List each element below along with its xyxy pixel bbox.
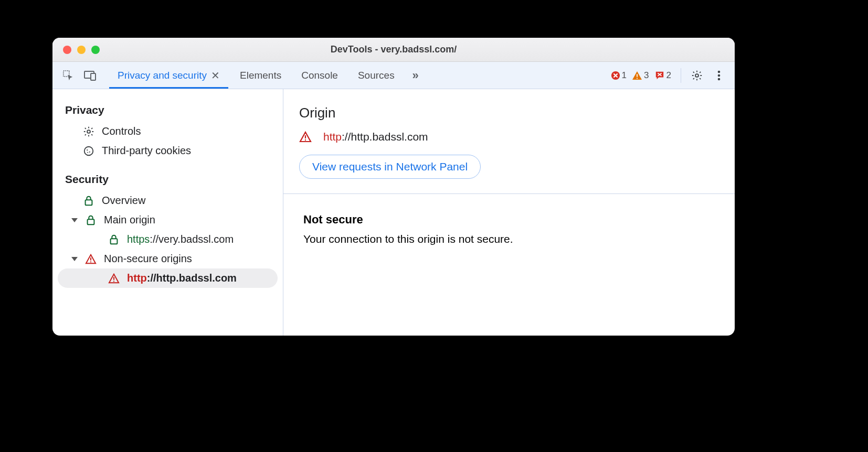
svg-point-12 bbox=[87, 149, 88, 150]
sidebar-item-label: Third-party cookies bbox=[102, 145, 191, 157]
sidebar-item-overview[interactable]: Overview bbox=[52, 191, 283, 210]
warning-triangle-icon bbox=[299, 131, 312, 143]
svg-point-8 bbox=[718, 74, 721, 77]
errors-count: 1 bbox=[622, 70, 627, 81]
chevron-down-icon bbox=[71, 218, 78, 222]
svg-point-7 bbox=[718, 70, 721, 73]
svg-point-23 bbox=[305, 139, 306, 141]
inspect-element-icon[interactable] bbox=[59, 66, 78, 85]
tab-console[interactable]: Console bbox=[293, 62, 346, 89]
svg-rect-2 bbox=[91, 73, 96, 80]
svg-point-14 bbox=[87, 152, 88, 153]
lock-icon bbox=[82, 195, 96, 207]
origin-url: http://http.badssl.com bbox=[127, 272, 237, 284]
button-label: View requests in Network Panel bbox=[312, 160, 468, 173]
origin-line: http://http.badssl.com bbox=[299, 131, 719, 143]
origin-title: Origin bbox=[299, 105, 719, 121]
sidebar-item-cookies[interactable]: Third-party cookies bbox=[52, 141, 283, 160]
warnings-indicator[interactable]: 3 bbox=[632, 70, 649, 81]
tab-label: Elements bbox=[240, 70, 281, 81]
url-scheme: http bbox=[127, 272, 147, 284]
not-secure-body: Your connection to this origin is not se… bbox=[303, 233, 715, 245]
url-scheme: http bbox=[323, 131, 342, 143]
window-title: DevTools - very.badssl.com/ bbox=[52, 44, 735, 55]
url-rest: ://http.badssl.com bbox=[147, 272, 237, 284]
url-rest: ://http.badssl.com bbox=[342, 131, 428, 143]
sidebar-item-main-origin[interactable]: Main origin bbox=[52, 210, 283, 230]
svg-rect-17 bbox=[111, 239, 118, 244]
svg-point-11 bbox=[84, 146, 93, 155]
close-tab-icon[interactable]: ✕ bbox=[211, 69, 220, 82]
sidebar-item-controls[interactable]: Controls bbox=[52, 122, 283, 141]
status-indicators: 1 3 2 bbox=[611, 70, 674, 81]
security-section-header: Security bbox=[52, 170, 283, 191]
not-secure-heading: Not secure bbox=[303, 213, 715, 227]
tab-sources[interactable]: Sources bbox=[350, 62, 403, 89]
sidebar-item-nonsecure-origins[interactable]: Non-secure origins bbox=[52, 249, 283, 268]
not-secure-block: Not secure Your connection to this origi… bbox=[283, 194, 735, 264]
origin-block: Origin http://http.badssl.com View reque… bbox=[283, 89, 735, 194]
tab-privacy-security[interactable]: Privacy and security ✕ bbox=[109, 62, 228, 89]
lock-icon bbox=[107, 234, 121, 245]
warning-triangle-icon bbox=[84, 254, 98, 264]
kebab-menu-icon[interactable] bbox=[710, 66, 728, 85]
privacy-section-header: Privacy bbox=[52, 101, 283, 122]
origin-url: https://very.badssl.com bbox=[127, 233, 234, 245]
svg-point-6 bbox=[695, 74, 698, 77]
svg-rect-5 bbox=[637, 78, 638, 79]
svg-point-21 bbox=[113, 281, 114, 282]
device-toolbar-icon[interactable] bbox=[81, 66, 100, 85]
messages-indicator[interactable]: 2 bbox=[654, 70, 671, 81]
tab-label: Sources bbox=[358, 70, 395, 81]
svg-rect-4 bbox=[637, 74, 638, 77]
more-tabs-icon[interactable]: » bbox=[406, 66, 425, 85]
messages-count: 2 bbox=[666, 70, 671, 81]
sidebar-item-nonsecure-url[interactable]: http://http.badssl.com bbox=[58, 268, 278, 288]
origin-url: http://http.badssl.com bbox=[323, 131, 428, 143]
svg-rect-15 bbox=[86, 200, 92, 205]
tab-elements[interactable]: Elements bbox=[231, 62, 290, 89]
warnings-count: 3 bbox=[644, 70, 649, 81]
titlebar: DevTools - very.badssl.com/ bbox=[52, 38, 735, 62]
svg-point-19 bbox=[90, 261, 91, 262]
url-rest: ://very.badssl.com bbox=[150, 233, 234, 245]
sidebar-item-main-origin-url[interactable]: https://very.badssl.com bbox=[52, 230, 283, 249]
main-content: Origin http://http.badssl.com View reque… bbox=[283, 89, 735, 336]
minimize-window-button[interactable] bbox=[77, 46, 86, 54]
divider bbox=[681, 68, 681, 83]
svg-point-9 bbox=[718, 78, 721, 80]
view-requests-button[interactable]: View requests in Network Panel bbox=[299, 155, 481, 179]
svg-point-13 bbox=[89, 151, 90, 152]
url-scheme: https bbox=[127, 233, 150, 245]
sidebar-item-label: Main origin bbox=[104, 214, 155, 226]
devtools-window: DevTools - very.badssl.com/ Privacy and … bbox=[52, 38, 735, 336]
tab-label: Console bbox=[301, 70, 338, 81]
sidebar-item-label: Overview bbox=[102, 195, 145, 207]
zoom-window-button[interactable] bbox=[91, 46, 100, 54]
tab-label: Privacy and security bbox=[118, 70, 207, 81]
tabstrip: Privacy and security ✕ Elements Console … bbox=[52, 62, 735, 89]
svg-point-10 bbox=[87, 130, 90, 133]
close-window-button[interactable] bbox=[63, 46, 71, 54]
security-sidebar: Privacy Controls Third-party cookies Sec… bbox=[52, 89, 283, 336]
sidebar-item-label: Non-secure origins bbox=[104, 253, 192, 265]
cookie-icon bbox=[82, 145, 96, 157]
panel-body: Privacy Controls Third-party cookies Sec… bbox=[52, 89, 735, 336]
sidebar-item-label: Controls bbox=[102, 125, 141, 137]
svg-rect-16 bbox=[88, 219, 94, 224]
settings-icon[interactable] bbox=[687, 66, 706, 85]
warning-triangle-icon bbox=[107, 273, 121, 284]
errors-indicator[interactable]: 1 bbox=[611, 70, 627, 81]
gear-icon bbox=[82, 126, 96, 137]
lock-icon bbox=[84, 214, 98, 226]
traffic-lights bbox=[63, 46, 100, 54]
chevron-down-icon bbox=[71, 257, 78, 261]
